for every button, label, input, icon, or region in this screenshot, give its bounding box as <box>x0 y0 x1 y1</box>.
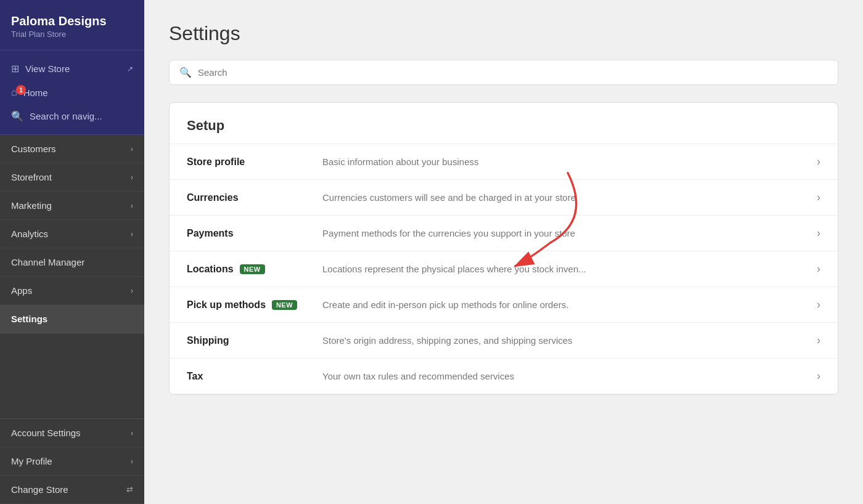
locations-desc: Locations represent the physical places … <box>322 264 807 274</box>
settings-label: Settings <box>11 314 47 324</box>
settings-row-currencies[interactable]: Currencies Currencies customers will see… <box>170 180 838 216</box>
chevron-right-icon: › <box>131 229 133 238</box>
settings-row-shipping[interactable]: Shipping Store's origin address, shippin… <box>170 323 838 359</box>
currencies-desc: Currencies customers will see and be cha… <box>322 192 807 203</box>
chevron-right-icon: › <box>131 144 133 153</box>
chevron-right-icon: › <box>131 457 133 466</box>
main-content: Settings 🔍 Setup Store profile Basic inf… <box>144 0 863 504</box>
sidebar-item-analytics[interactable]: Analytics › <box>0 220 144 248</box>
store-icon: ⊞ <box>11 63 19 75</box>
chevron-right-icon: › <box>131 173 133 182</box>
view-store-link[interactable]: ⊞ View Store ↗ <box>0 57 144 81</box>
chevron-right-icon: › <box>131 201 133 210</box>
shipping-desc: Store's origin address, shipping zones, … <box>322 335 807 346</box>
sidebar-item-customers[interactable]: Customers › <box>0 135 144 163</box>
new-badge: NEW <box>240 264 265 274</box>
store-name: Paloma Designs <box>11 14 133 28</box>
sidebar-item-storefront[interactable]: Storefront › <box>0 163 144 192</box>
sidebar-item-channel-manager[interactable]: Channel Manager <box>0 248 144 277</box>
store-profile-desc: Basic information about your business <box>322 156 807 167</box>
chevron-right-icon: › <box>817 334 820 347</box>
my-profile-label: My Profile <box>11 456 52 466</box>
search-nav[interactable]: 🔍 Search or navig... <box>0 104 144 128</box>
marketing-label: Marketing <box>11 200 52 211</box>
sidebar-top-nav: ⊞ View Store ↗ ⌂ 1 Home 🔍 Search or navi… <box>0 51 144 135</box>
currencies-label: Currencies <box>187 192 322 203</box>
store-profile-label: Store profile <box>187 156 322 168</box>
storefront-label: Storefront <box>11 172 52 182</box>
home-link[interactable]: ⌂ 1 Home <box>0 81 144 104</box>
chevron-right-icon: › <box>131 428 133 437</box>
settings-row-payments[interactable]: Payments Payment methods for the currenc… <box>170 216 838 251</box>
tax-desc: Your own tax rules and recommended servi… <box>322 371 807 381</box>
search-icon: 🔍 <box>179 67 192 78</box>
search-icon: 🔍 <box>11 110 23 122</box>
chevron-right-icon: › <box>817 191 820 204</box>
payments-label: Payments <box>187 228 322 239</box>
locations-label: Locations NEW <box>187 264 322 275</box>
payments-desc: Payment methods for the currencies you s… <box>322 228 807 238</box>
pickup-methods-label: Pick up methods NEW <box>187 299 322 311</box>
home-label: Home <box>23 87 48 98</box>
sidebar-item-change-store[interactable]: Change Store ⇄ <box>0 476 144 504</box>
settings-row-pickup-methods[interactable]: Pick up methods NEW Create and edit in-p… <box>170 287 838 323</box>
chevron-right-icon: › <box>817 262 820 275</box>
store-plan: Trial Plan Store <box>11 30 133 39</box>
settings-search-bar[interactable]: 🔍 <box>169 60 838 85</box>
shipping-label: Shipping <box>187 335 322 346</box>
sidebar-bottom: Account Settings › My Profile › Change S… <box>0 418 144 504</box>
settings-row-store-profile[interactable]: Store profile Basic information about yo… <box>170 144 838 180</box>
apps-label: Apps <box>11 285 32 296</box>
pickup-methods-desc: Create and edit in-person pick up method… <box>322 299 807 310</box>
home-badge: 1 <box>16 85 26 95</box>
sidebar-item-settings[interactable]: Settings <box>0 305 144 333</box>
sidebar-header: Paloma Designs Trial Plan Store <box>0 0 144 51</box>
search-nav-label: Search or navig... <box>30 111 102 121</box>
sidebar: Paloma Designs Trial Plan Store ⊞ View S… <box>0 0 144 504</box>
external-link-icon: ↗ <box>127 65 133 73</box>
settings-search-input[interactable] <box>198 67 828 78</box>
account-settings-label: Account Settings <box>11 428 81 438</box>
chevron-right-icon: › <box>131 286 133 295</box>
sidebar-item-marketing[interactable]: Marketing › <box>0 192 144 220</box>
chevron-right-icon: › <box>817 298 820 311</box>
settings-row-tax[interactable]: Tax Your own tax rules and recommended s… <box>170 359 838 394</box>
setup-header: Setup <box>170 103 838 144</box>
settings-row-locations[interactable]: Locations NEW Locations represent the ph… <box>170 251 838 287</box>
new-badge: NEW <box>272 300 297 310</box>
sidebar-item-apps[interactable]: Apps › <box>0 277 144 305</box>
sidebar-item-account-settings[interactable]: Account Settings › <box>0 419 144 447</box>
customers-label: Customers <box>11 144 56 154</box>
chevron-right-icon: › <box>817 227 820 240</box>
change-store-label: Change Store <box>11 484 68 495</box>
chevron-right-icon: › <box>817 155 820 168</box>
analytics-label: Analytics <box>11 229 48 239</box>
channel-manager-label: Channel Manager <box>11 257 84 267</box>
sidebar-item-my-profile[interactable]: My Profile › <box>0 447 144 476</box>
chevron-right-icon: › <box>817 370 820 383</box>
page-title: Settings <box>169 22 838 45</box>
sidebar-menu: Customers › Storefront › Marketing › Ana… <box>0 135 144 418</box>
view-store-label: View Store <box>25 63 70 74</box>
change-store-icon: ⇄ <box>126 485 133 494</box>
setup-section: Setup Store profile Basic information ab… <box>169 102 838 395</box>
tax-label: Tax <box>187 371 322 382</box>
